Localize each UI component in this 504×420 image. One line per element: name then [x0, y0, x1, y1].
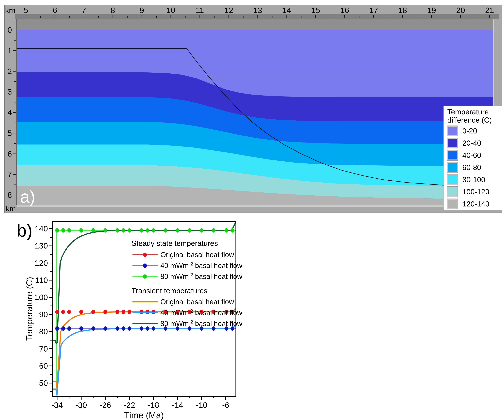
y-tick-label: 100: [35, 293, 48, 302]
temperature-difference-legend: Temperature difference (C) 0-2020-4040-6…: [444, 105, 502, 210]
y-tick-label: 130: [35, 241, 48, 250]
ruler-tick-label: 8: [111, 6, 115, 15]
y-tick-label: 80: [39, 327, 48, 336]
legend-marker-sample: [143, 263, 147, 268]
legend-entry-80-100: 80-100: [447, 175, 502, 185]
steady-marker-2: [103, 228, 107, 233]
x-tick-label: -34: [51, 401, 63, 409]
y-tick-label: 110: [35, 276, 48, 285]
legend-title-line1: Temperature: [447, 108, 502, 116]
ruler-tick-label: 17: [369, 6, 378, 15]
steady-marker-2: [91, 228, 95, 233]
panel-a-label: a): [20, 187, 35, 206]
steady-marker-2: [115, 228, 119, 233]
legend-entry-label: 100-120: [462, 187, 489, 196]
steady-marker-2: [200, 228, 204, 233]
legend-swatch: [447, 150, 457, 160]
x-tick-label: -22: [124, 401, 135, 409]
x-tick-label: -14: [172, 401, 183, 409]
steady-marker-1: [67, 327, 71, 331]
y-tick-label: 120: [35, 258, 48, 268]
x-tick-label: -6: [222, 401, 229, 409]
cross-section-chart: 56789101112131415161718192021km012345678…: [4, 5, 502, 213]
x-axis-title: Time (Ma): [124, 410, 164, 420]
legend-marker-sample: [143, 253, 147, 257]
steady-marker-2: [152, 228, 155, 233]
steady-marker-2: [55, 228, 59, 233]
ruler-tick-label: 6: [53, 6, 57, 15]
legend-entry-label: 0-20: [462, 127, 477, 135]
ruler-tick-label: 10: [166, 6, 175, 15]
ruler-tick-label: 19: [427, 6, 436, 15]
ruler-tick-label: 9: [140, 6, 144, 15]
legend-entry-label: 20-40: [462, 139, 481, 147]
ruler-tick-label: 14: [282, 6, 291, 15]
steady-marker-0: [127, 310, 131, 314]
steady-legend-header: Steady state temperatures: [132, 239, 218, 247]
steady-marker-0: [115, 310, 119, 314]
ruler-tick-label: 11: [196, 6, 204, 15]
legend-entry-text: Original basal heat flow: [160, 251, 234, 259]
panel-b-label: b): [17, 221, 32, 240]
depth-tick-label: 0: [7, 25, 12, 34]
steady-marker-2: [188, 228, 192, 233]
steady-marker-2: [127, 228, 131, 233]
steady-marker-0: [140, 310, 143, 314]
depth-tick-label: 8: [7, 191, 12, 199]
legend-entry-label: 120-140: [462, 200, 489, 208]
transient-legend-header: Transient temperatures: [132, 286, 207, 295]
ruler-tick-label: 5: [24, 6, 28, 15]
depth-tick-label: 6: [7, 149, 12, 158]
depth-tick-label: 2: [7, 67, 12, 76]
steady-marker-1: [152, 327, 155, 331]
x-tick-label: -26: [100, 401, 111, 409]
ruler-tick-label: 18: [398, 6, 407, 15]
ruler-unit-label-top: km: [5, 6, 15, 15]
legend-entry-40-60: 40-60: [447, 150, 502, 160]
steady-marker-1: [55, 327, 59, 331]
legend-entry-120-140: 120-140: [447, 199, 502, 209]
legend-entry-text: 80 mWm-2 basal heat flow: [160, 272, 242, 280]
legend-entry-0-20: 0-20: [447, 126, 502, 136]
time-series-chart: -34-30-26-22-18-14-10-650607080901001101…: [0, 212, 249, 420]
ruler-tick-label: 7: [82, 6, 86, 15]
depth-tick-label: 7: [7, 170, 12, 179]
steady-marker-2: [140, 228, 143, 233]
steady-marker-0: [55, 310, 59, 314]
legend-entry-text: 40 mWm-2 basal heat flow: [160, 308, 242, 317]
steady-marker-2: [164, 228, 167, 233]
ruler-tick-label: 20: [456, 6, 465, 15]
legend-entry-60-80: 60-80: [447, 162, 502, 173]
left-bevel: [16, 19, 17, 205]
steady-marker-2: [224, 228, 228, 233]
bottom-bevel: [17, 205, 494, 207]
steady-marker-1: [79, 327, 83, 331]
panel-a-cross-section: 56789101112131415161718192021km012345678…: [4, 5, 502, 213]
ruler-unit-label-bottom: km: [6, 204, 16, 213]
steady-marker-0: [122, 310, 125, 314]
legend-swatch: [447, 199, 457, 209]
legend-entry-label: 40-60: [462, 151, 481, 159]
legend-swatch: [447, 162, 457, 173]
ruler-tick-label: 13: [253, 6, 262, 15]
legend-entry-text: 80 mWm-2 basal heat flow: [160, 319, 242, 328]
y-tick-label: 140: [35, 224, 48, 233]
steady-marker-0: [67, 310, 71, 314]
legend-entry-label: 80-100: [462, 175, 485, 184]
panel-b-time-series: -34-30-26-22-18-14-10-650607080901001101…: [0, 212, 249, 420]
x-tick-label: -18: [148, 401, 159, 409]
steady-marker-2: [176, 228, 179, 233]
steady-marker-0: [91, 310, 95, 314]
ruler-tick-label: 16: [340, 6, 349, 15]
steady-marker-2: [79, 228, 83, 233]
legend-entry-label: 60-80: [462, 163, 481, 172]
steady-marker-2: [61, 228, 65, 233]
steady-marker-1: [103, 327, 107, 331]
y-axis-title: Temperature (C): [24, 277, 34, 341]
y-tick-label: 60: [39, 362, 48, 370]
steady-marker-1: [91, 327, 95, 331]
steady-marker-2: [212, 228, 216, 233]
steady-marker-0: [152, 310, 155, 314]
steady-marker-0: [79, 310, 83, 314]
depth-tick-label: 4: [7, 108, 12, 117]
